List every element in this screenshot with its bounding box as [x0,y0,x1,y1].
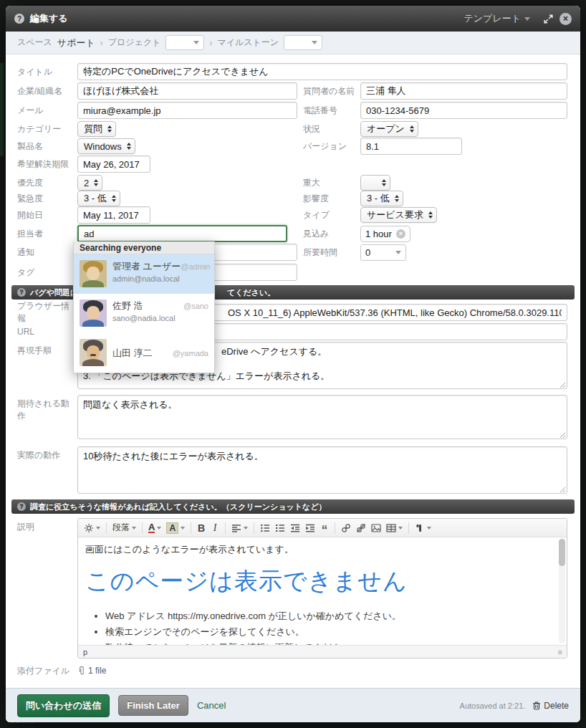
font-color-button[interactable]: A [146,520,163,535]
priority-label: 優先度 [17,177,77,189]
cancel-link[interactable]: Cancel [197,700,226,711]
actual-hours-select[interactable]: 0 [360,244,406,261]
due-date-label: 希望解決期限 [17,158,77,171]
editor-content[interactable]: 画面にはこのようなエラーが表示されています。 このページは表示できません Web… [78,537,567,645]
space-value: サポート [57,37,95,49]
actual-behavior-textarea[interactable]: 10秒待たされた後にエラーが表示される。 [77,446,567,494]
company-input[interactable] [77,82,297,100]
template-dropdown-button[interactable]: テンプレート [463,12,530,25]
editor-scrollbar[interactable] [559,539,565,643]
milestone-select[interactable] [284,35,322,50]
italic-button[interactable]: I [208,520,221,535]
align-left-icon [231,523,241,533]
stepper-icon [382,179,386,186]
backdrop-artifact [0,63,4,156]
close-icon[interactable]: × [559,13,572,25]
assignee-option-yamada[interactable]: 山田 淳二 @yamada [74,333,214,373]
link-icon [341,523,351,533]
stepper-icon [94,179,98,186]
link-button[interactable] [339,520,353,535]
avatar [80,260,107,287]
requester-input[interactable] [360,82,567,100]
severity-select[interactable] [360,175,390,191]
settings-gear-button[interactable] [82,520,102,535]
help-icon[interactable]: ? [14,14,24,24]
start-date-input[interactable] [77,206,150,224]
chevron-down-icon [181,527,185,530]
blockquote-button[interactable]: “ [318,520,331,535]
paragraph-style-button[interactable]: 段落 [110,520,138,535]
bullet-list-button[interactable] [258,520,272,535]
editor-statusbar: p ≡ [78,645,567,658]
outdent-icon [290,523,300,533]
title-input[interactable] [77,63,567,80]
attachments-label: 添付ファイル [17,665,77,677]
delete-link[interactable]: Delete [532,701,569,711]
remove-estimate-icon[interactable]: × [396,229,405,239]
highlight-color-button[interactable]: A [164,520,187,535]
bullet-list-icon [260,523,270,533]
numbered-list-button[interactable] [273,520,287,535]
urgency-select[interactable]: 3 - 低 [77,191,120,206]
urgency-label: 緊急度 [17,193,77,205]
chevron-down-icon [395,251,401,254]
resize-grip-icon[interactable] [557,379,566,388]
chevron-down-icon [398,527,403,530]
status-select[interactable]: オープン [360,121,418,137]
version-input[interactable] [360,138,462,155]
email-input[interactable] [77,102,297,119]
finish-later-button[interactable]: Finish Later [118,695,188,716]
resize-grip-icon[interactable]: ≡ [558,648,562,656]
list-item: 数分待ってから、ページを最新の情報に更新してください。 [105,640,548,645]
stepper-icon [428,211,433,219]
screen: tent ? 編集する テンプレート × ス [0,0,586,728]
assignee-input[interactable] [77,225,287,242]
submit-button[interactable]: 問い合わせの送信 [17,694,110,717]
assignee-option-admin[interactable]: 管理者 ユーザー @admin admin@nadia.local [74,254,214,294]
expected-behavior-textarea[interactable]: 問題なく表示される。 [77,395,567,439]
due-date-input[interactable] [77,155,150,173]
bold-button[interactable]: B [195,520,208,535]
font-color-icon: A [148,522,155,533]
dialog-titlebar: ? 編集する テンプレート × [6,6,580,32]
scrollbar-thumb[interactable] [559,539,565,566]
resize-grip-icon[interactable] [557,484,566,492]
product-select[interactable]: Windows [77,138,135,154]
list-item: 検索エンジンでそのページを探してください。 [105,624,548,640]
attachment-file-link[interactable]: 1 file [77,666,106,676]
phone-input[interactable] [360,102,567,119]
type-select[interactable]: サービス要求 [360,207,437,223]
project-select[interactable] [165,35,204,50]
priority-select[interactable]: 2 [77,175,102,191]
numbered-list-icon [275,523,285,533]
phone-label: 電話番号 [303,105,360,117]
assignee-option-sano[interactable]: 佐野 浩 @sano sano@nadia.local [74,294,214,333]
dialog-title: 編集する [30,12,68,25]
indent-button[interactable] [303,520,317,535]
stepper-icon [395,195,399,202]
chevron-down-icon [96,527,100,530]
impact-select[interactable]: 3 - 低 [360,191,403,206]
rich-text-editor: 段落 A A B I [77,518,567,658]
notify-label: 通知 [17,246,77,259]
browser-info-label: ブラウザー情報 [17,300,77,325]
highlight-color-icon: A [166,522,178,534]
table-button[interactable] [384,520,405,535]
milestone-label: マイルストーン [217,37,279,49]
stepper-icon [112,195,116,202]
expand-icon[interactable] [543,14,554,24]
category-select[interactable]: 質問 [77,121,116,137]
assignee-autocomplete-dropdown: Searching everyone 管理者 ユーザー @admin admin… [73,241,215,373]
row-title: タイトル [17,63,567,80]
assignee-label: 担当者 [17,228,77,240]
chevron-down-icon [524,17,530,21]
unlink-button[interactable] [354,520,368,535]
align-button[interactable] [229,520,250,535]
insert-more-button[interactable] [413,520,433,535]
outdent-button[interactable] [288,520,302,535]
estimate-tag: 1 hour × [360,226,410,242]
element-path: p [83,648,87,656]
insert-image-button[interactable] [369,520,383,535]
resize-grip-icon[interactable] [557,429,566,438]
repro-steps-label: 再現手順 [17,342,77,357]
